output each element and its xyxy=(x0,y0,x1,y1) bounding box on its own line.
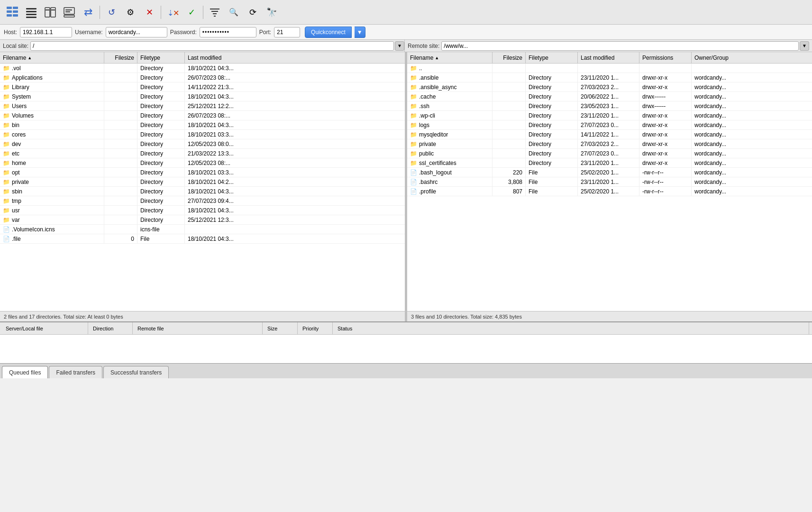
table-row[interactable]: 📁 Applications Directory 26/07/2023 08:.… xyxy=(0,73,405,82)
table-row[interactable]: 📁 var Directory 25/12/2021 12:3... xyxy=(0,215,405,225)
table-row[interactable]: 📁 .. xyxy=(407,64,812,73)
username-input[interactable] xyxy=(106,27,167,37)
host-input[interactable] xyxy=(20,27,72,37)
list-view-icon[interactable] xyxy=(23,4,40,21)
table-row[interactable]: 📁 System Directory 18/10/2021 04:3... xyxy=(0,92,405,101)
file-name: home xyxy=(12,160,26,166)
compare-icon[interactable]: ✓ xyxy=(183,4,200,21)
remote-site-dropdown-button[interactable]: ▼ xyxy=(800,41,809,51)
tab-queued[interactable]: Queued files xyxy=(2,366,48,378)
table-row[interactable]: 📄 .bashrc 3,808 File 23/11/2020 1... -rw… xyxy=(407,177,812,187)
file-name: dev xyxy=(12,141,21,147)
remote-col-modified[interactable]: Last modified xyxy=(578,52,639,63)
speed-icon[interactable]: ⟳ xyxy=(244,4,261,21)
message-log-icon[interactable] xyxy=(61,4,78,21)
table-row[interactable]: 📁 Library Directory 14/11/2022 21:3... xyxy=(0,82,405,92)
toolbar: ⇄ ↺ ⚙ ✕ ⇣ ✕ ✓ 🔍 ⟳ 🔭 xyxy=(0,0,812,25)
svg-rect-14 xyxy=(64,8,74,14)
table-row[interactable]: 📁 logs Directory 27/07/2023 0... drwxr-x… xyxy=(407,120,812,130)
local-site-dropdown-button[interactable]: ▼ xyxy=(395,41,404,51)
table-row[interactable]: 📁 dev Directory 12/05/2023 08:0... xyxy=(0,139,405,149)
file-size-cell xyxy=(104,130,137,139)
file-owner: wordcandy... xyxy=(694,169,726,176)
reconnect-icon[interactable]: ↺ xyxy=(103,4,120,21)
transfer-arrow-icon[interactable]: ⇄ xyxy=(80,4,97,21)
remote-site-path[interactable] xyxy=(441,41,799,51)
remote-col-filesize[interactable]: Filesize xyxy=(493,52,526,63)
table-row[interactable]: 📁 .ansible_async Directory 27/03/2023 2.… xyxy=(407,82,812,92)
table-row[interactable]: 📄 .profile 807 File 25/02/2020 1... -rw-… xyxy=(407,187,812,196)
table-row[interactable]: 📁 .wp-cli Directory 23/11/2020 1... drwx… xyxy=(407,111,812,120)
table-row[interactable]: 📁 .cache Directory 20/06/2022 1... drwx-… xyxy=(407,92,812,101)
table-row[interactable]: 📁 usr Directory 18/10/2021 04:3... xyxy=(0,206,405,215)
file-type-cell: Directory xyxy=(137,196,185,205)
search-icon[interactable]: 🔍 xyxy=(225,4,242,21)
sync-browse-icon[interactable]: ⇣ ✕ xyxy=(164,4,181,21)
table-row[interactable]: 📁 public Directory 27/07/2023 0... drwxr… xyxy=(407,149,812,158)
local-col-filetype[interactable]: Filetype xyxy=(137,52,185,63)
table-row[interactable]: 📁 home Directory 12/05/2023 08:... xyxy=(0,158,405,168)
file-modified: 21/03/2022 13:3... xyxy=(188,150,234,157)
svg-rect-1 xyxy=(13,7,18,9)
table-row[interactable]: 📁 sbin Directory 18/10/2021 04:3... xyxy=(0,187,405,196)
file-type: Directory xyxy=(140,74,163,81)
file-modified-cell: 18/10/2021 04:3... xyxy=(185,206,405,215)
file-name: .profile xyxy=(419,188,436,195)
file-owner-cell: wordcandy... xyxy=(692,187,812,196)
tab-failed[interactable]: Failed transfers xyxy=(49,366,102,378)
table-row[interactable]: 📄 .file 0 File 18/10/2021 04:3... xyxy=(0,234,405,244)
site-manager-icon[interactable] xyxy=(4,4,21,21)
quickconnect-dropdown-button[interactable]: ▼ xyxy=(355,27,365,38)
file-modified: 18/10/2021 03:3... xyxy=(188,131,234,138)
cancel-icon[interactable]: ✕ xyxy=(141,4,158,21)
file-name: .ansible_async xyxy=(419,84,456,91)
remote-col-filename[interactable]: Filename ▲ xyxy=(407,52,493,63)
remote-col-owner[interactable]: Owner/Group xyxy=(692,52,812,63)
file-type-cell: Directory xyxy=(137,177,185,186)
table-row[interactable]: 📁 private Directory 27/03/2023 2... drwx… xyxy=(407,139,812,149)
table-row[interactable]: 📁 Volumes Directory 26/07/2023 08:... xyxy=(0,111,405,120)
file-name: .vol xyxy=(12,65,21,72)
remote-col-permissions[interactable]: Permissions xyxy=(639,52,692,63)
table-row[interactable]: 📁 tmp Directory 27/07/2023 09:4... xyxy=(0,196,405,206)
table-row[interactable]: 📁 .ansible Directory 23/11/2020 1... drw… xyxy=(407,73,812,82)
transfer-col-status: Status xyxy=(335,322,809,334)
settings-icon[interactable]: ⚙ xyxy=(122,4,139,21)
table-row[interactable]: 📁 .ssh Directory 23/05/2023 1... drwx---… xyxy=(407,101,812,111)
table-row[interactable]: 📁 mysqleditor Directory 14/11/2022 1... … xyxy=(407,130,812,139)
folder-icon: 📁 xyxy=(3,122,10,128)
file-type: Directory xyxy=(140,84,163,91)
binoculars-icon[interactable]: 🔭 xyxy=(263,4,280,21)
local-site-path[interactable] xyxy=(30,41,394,51)
table-row[interactable]: 📁 .vol Directory 18/10/2021 04:3... xyxy=(0,64,405,73)
table-row[interactable]: 📁 ssl_certificates Directory 23/11/2020 … xyxy=(407,158,812,168)
password-input[interactable] xyxy=(200,27,256,37)
local-col-modified[interactable]: Last modified xyxy=(185,52,405,63)
local-col-filename[interactable]: Filename ▲ xyxy=(0,52,104,63)
file-modified-cell: 27/03/2023 2... xyxy=(578,139,639,148)
local-col-filesize[interactable]: Filesize xyxy=(104,52,137,63)
filter-icon[interactable] xyxy=(206,4,223,21)
file-owner: wordcandy... xyxy=(694,179,726,185)
transfer-col-server: Server/Local file xyxy=(3,322,88,334)
file-size-cell xyxy=(493,111,526,120)
tab-successful[interactable]: Successful transfers xyxy=(103,366,169,378)
file-size-cell xyxy=(104,120,137,129)
table-row[interactable]: 📁 Users Directory 25/12/2021 12:2... xyxy=(0,101,405,111)
toggle-pane-icon[interactable] xyxy=(42,4,59,21)
port-input[interactable] xyxy=(274,27,300,37)
quickconnect-button[interactable]: Quickconnect xyxy=(305,27,352,38)
remote-col-filetype[interactable]: Filetype xyxy=(526,52,578,63)
table-row[interactable]: 📁 bin Directory 18/10/2021 04:3... xyxy=(0,120,405,130)
table-row[interactable]: 📁 etc Directory 21/03/2022 13:3... xyxy=(0,149,405,158)
file-permissions-cell: drwx------ xyxy=(639,92,692,101)
table-row[interactable]: 📄 .bash_logout 220 File 25/02/2020 1... … xyxy=(407,168,812,177)
table-row[interactable]: 📁 cores Directory 18/10/2021 03:3... xyxy=(0,130,405,139)
folder-icon: 📁 xyxy=(410,93,417,100)
table-row[interactable]: 📁 private Directory 18/10/2021 04:2... xyxy=(0,177,405,187)
table-row[interactable]: 📁 opt Directory 18/10/2021 03:3... xyxy=(0,168,405,177)
file-type: File xyxy=(529,179,538,185)
table-row[interactable]: 📄 .VolumeIcon.icns icns-file xyxy=(0,225,405,234)
file-modified-cell: 26/07/2023 08:... xyxy=(185,111,405,120)
file-size-cell xyxy=(493,82,526,91)
